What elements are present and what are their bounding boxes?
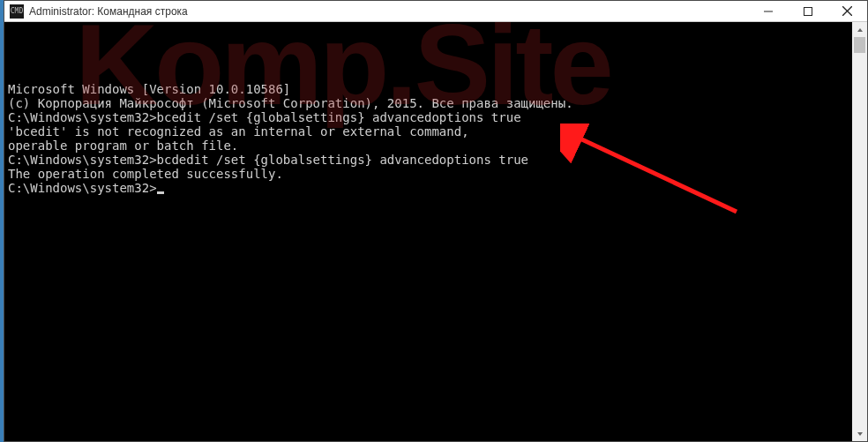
svg-rect-1 bbox=[804, 7, 812, 15]
minimize-icon bbox=[764, 7, 773, 16]
maximize-button[interactable] bbox=[788, 1, 827, 22]
console-line: Microsoft Windows [Version 10.0.10586] bbox=[8, 82, 850, 96]
cmd-window: CMD Administrator: Командная строка Komp… bbox=[4, 0, 868, 442]
console-area: Komp.Site Microsoft Windows [Version 10.… bbox=[4, 22, 867, 441]
console-prompt: C:\Windows\system32> bbox=[8, 181, 157, 195]
scroll-down-button[interactable] bbox=[852, 426, 867, 441]
titlebar[interactable]: CMD Administrator: Командная строка bbox=[4, 1, 867, 22]
vertical-scrollbar[interactable] bbox=[852, 22, 867, 441]
scroll-thumb[interactable] bbox=[854, 37, 865, 53]
window-title: Administrator: Командная строка bbox=[29, 5, 188, 18]
scroll-up-button[interactable] bbox=[852, 22, 867, 37]
cmd-icon: CMD bbox=[10, 4, 24, 19]
chevron-up-icon bbox=[857, 26, 864, 34]
watermark-text: Komp.Site bbox=[75, 57, 610, 71]
svg-marker-6 bbox=[857, 28, 863, 32]
console-line: C:\Windows\system32>bcedit /set {globals… bbox=[8, 110, 850, 124]
chevron-down-icon bbox=[857, 431, 864, 438]
minimize-button[interactable] bbox=[748, 1, 788, 22]
console-output[interactable]: Komp.Site Microsoft Windows [Version 10.… bbox=[4, 22, 852, 441]
svg-marker-7 bbox=[857, 432, 863, 436]
close-button[interactable] bbox=[827, 1, 867, 22]
console-line: operable program or batch file. bbox=[8, 139, 850, 153]
text-cursor bbox=[157, 191, 164, 194]
console-line: C:\Windows\system32>bcdedit /set {global… bbox=[8, 153, 850, 167]
console-line: (c) Корпорация Майкрософт (Microsoft Cor… bbox=[8, 96, 850, 110]
scroll-track[interactable] bbox=[852, 37, 867, 426]
console-line: The operation completed successfully. bbox=[8, 167, 850, 181]
maximize-icon bbox=[804, 7, 812, 16]
cmd-icon-label: CMD bbox=[11, 8, 23, 15]
console-prompt-line[interactable]: C:\Windows\system32> bbox=[8, 181, 850, 195]
console-line: 'bcedit' is not recognized as an interna… bbox=[8, 124, 850, 139]
close-icon bbox=[842, 6, 852, 16]
